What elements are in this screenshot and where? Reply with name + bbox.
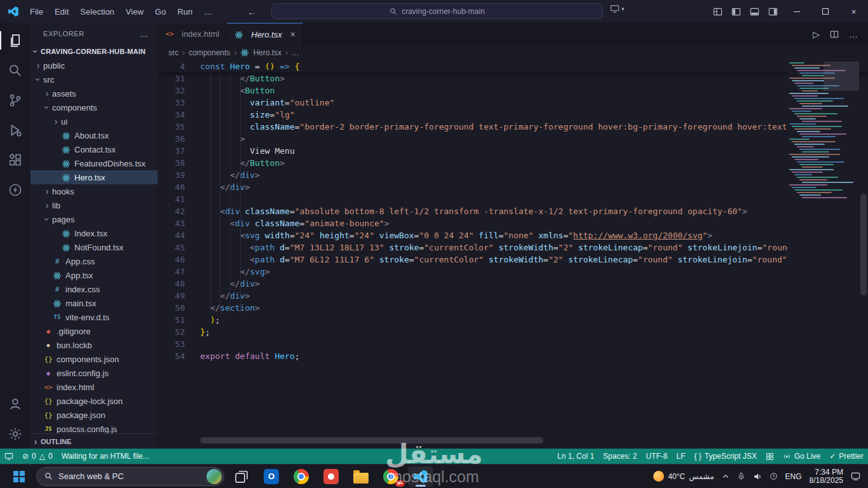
microphone-icon[interactable] (737, 472, 745, 480)
language-indicator[interactable]: ENG (785, 472, 802, 481)
file-About.tsx[interactable]: About.tsx (31, 128, 158, 142)
notification-center-icon[interactable] (851, 471, 860, 481)
code-editor[interactable]: 4const Hero = () => { 31 </Button>32 <Bu… (158, 60, 868, 449)
accounts-icon[interactable] (0, 389, 31, 419)
folder-lib[interactable]: ›lib (31, 198, 158, 212)
minimap-slider[interactable] (824, 62, 859, 91)
code-line-52[interactable]: 52}; (158, 326, 868, 338)
ports-icon[interactable] (761, 452, 778, 461)
language-mode[interactable]: { } TypeScript JSX (690, 452, 761, 461)
back-icon[interactable]: ← (247, 6, 257, 17)
breadcrumb-symbol[interactable]: … (292, 48, 299, 57)
search-icon[interactable] (0, 55, 31, 85)
code-line-47[interactable]: 47 </svg> (158, 266, 868, 278)
menu-go[interactable]: Go (149, 5, 172, 18)
code-line-4[interactable]: 4const Hero = () => { (158, 60, 868, 72)
toggle-secondary-sidebar-icon[interactable] (764, 3, 782, 20)
cursor-position[interactable]: Ln 1, Col 1 (553, 452, 599, 461)
code-line-36[interactable]: 36 > (158, 133, 868, 145)
hidden-icons-chevron[interactable] (722, 473, 729, 480)
file-main.tsx[interactable]: main.tsx (31, 296, 158, 310)
thunder-client-icon[interactable] (0, 175, 31, 205)
explorer-icon[interactable] (0, 25, 31, 55)
folder-public[interactable]: ›public (31, 58, 158, 72)
menu-more[interactable]: … (198, 5, 218, 18)
vertical-scrollbar[interactable] (859, 60, 868, 449)
volume-icon[interactable] (753, 472, 762, 481)
file-.gitignore[interactable]: ◆.gitignore (31, 324, 158, 338)
vscode-taskbar-icon[interactable] (408, 466, 433, 487)
run-debug-icon[interactable] (0, 115, 31, 145)
code-line-41[interactable]: 41 (158, 193, 868, 205)
folder-pages[interactable]: ›pages (31, 212, 158, 226)
code-line-50[interactable]: 50 </section> (158, 302, 868, 314)
file-App.css[interactable]: #App.css (31, 254, 158, 268)
code-line-35[interactable]: 35 className="border-2 border-primary-fo… (158, 121, 868, 133)
code-line-45[interactable]: 45 <path d="M7 13L12 18L17 13" stroke="c… (158, 241, 868, 254)
indentation[interactable]: Spaces: 2 (599, 452, 641, 461)
folder-assets[interactable]: ›assets (31, 86, 158, 100)
file-explorer-icon[interactable] (348, 466, 374, 487)
red-app-icon[interactable] (318, 466, 344, 487)
status-message[interactable]: Waiting for an HTML file... (57, 449, 154, 464)
code-line-40[interactable]: 40 </div> (158, 181, 868, 193)
browser-badge-icon[interactable]: 9+ (378, 466, 403, 487)
menu-file[interactable]: File (24, 5, 49, 18)
weather-widget[interactable]: 40°C مشمس (653, 471, 714, 482)
code-line-44[interactable]: 44 <svg width="24" height="24" viewBox="… (158, 229, 868, 241)
close-button[interactable]: × (839, 0, 868, 23)
menu-edit[interactable]: Edit (49, 5, 74, 18)
code-line-38[interactable]: 38 </Button> (158, 157, 868, 169)
explorer-more-icon[interactable]: … (139, 29, 149, 39)
file-vite-env.d.ts[interactable]: TSvite-env.d.ts (31, 310, 158, 324)
split-editor-icon[interactable] (830, 30, 839, 39)
code-line-39[interactable]: 39 </div> (158, 169, 868, 181)
file-postcss.config.js[interactable]: JSpostcss.config.js (31, 422, 158, 433)
menu-selection[interactable]: Selection (74, 5, 119, 18)
folder-components[interactable]: ›components (31, 100, 158, 114)
file-Index.tsx[interactable]: Index.tsx (31, 226, 158, 240)
file-Contact.tsx[interactable]: Contact.tsx (31, 142, 158, 156)
customize-layout-icon[interactable] (709, 3, 727, 20)
eol-sequence[interactable]: LF (672, 452, 689, 461)
encoding[interactable]: UTF-8 (641, 452, 672, 461)
file-NotFound.tsx[interactable]: NotFound.tsx (31, 240, 158, 254)
toggle-panel-icon[interactable] (745, 3, 764, 20)
code-line-31[interactable]: 31 </Button> (158, 72, 868, 85)
tab-index-html[interactable]: <> index.html (158, 23, 227, 45)
remote-indicator[interactable] (0, 449, 18, 464)
horizontal-scrollbar[interactable] (200, 437, 543, 444)
code-line-43[interactable]: 43 <div className="animate-bounce"> (158, 217, 868, 229)
outlook-icon[interactable]: O (259, 466, 284, 487)
file-components.json[interactable]: {}components.json (31, 352, 158, 366)
code-line-51[interactable]: 51 ); (158, 314, 868, 326)
tab-hero-tsx[interactable]: Hero.tsx × (227, 23, 303, 45)
sticky-scroll-line[interactable]: 4const Hero = () => { (158, 60, 868, 72)
menu-run[interactable]: Run (172, 5, 198, 18)
more-actions-icon[interactable]: … (849, 29, 858, 39)
code-line-49[interactable]: 49 </div> (158, 290, 868, 302)
breadcrumb-file[interactable]: Hero.tsx (253, 48, 281, 57)
run-file-icon[interactable]: ▷ (813, 29, 820, 39)
source-control-icon[interactable] (0, 85, 31, 115)
menu-view[interactable]: View (120, 5, 149, 18)
code-line-32[interactable]: 32 <Button (158, 85, 868, 97)
minimap[interactable] (788, 60, 859, 449)
file-FeaturedDishes.tsx[interactable]: FeaturedDishes.tsx (31, 156, 158, 170)
settings-gear-icon[interactable] (0, 419, 31, 449)
code-line-46[interactable]: 46 <path d="M7 6L12 11L17 6" stroke="cur… (158, 254, 868, 266)
clock-tray-icon[interactable] (770, 472, 778, 480)
code-line-37[interactable]: 37 View Menu (158, 145, 868, 157)
folder-ui[interactable]: ›ui (31, 114, 158, 128)
code-line-42[interactable]: 42 <div className="absolute bottom-8 lef… (158, 205, 868, 217)
task-view-button[interactable] (229, 466, 254, 487)
file-App.tsx[interactable]: App.tsx (31, 268, 158, 282)
breadcrumb-components[interactable]: components (189, 48, 230, 57)
file-index.css[interactable]: #index.css (31, 282, 158, 296)
maximize-button[interactable] (811, 0, 839, 23)
extensions-icon[interactable] (0, 145, 31, 175)
code-line-33[interactable]: 33 variant="outline" (158, 97, 868, 109)
file-package-lock.json[interactable]: {}package-lock.json (31, 394, 158, 408)
toggle-sidebar-icon[interactable] (727, 3, 745, 20)
start-button[interactable] (6, 466, 32, 487)
